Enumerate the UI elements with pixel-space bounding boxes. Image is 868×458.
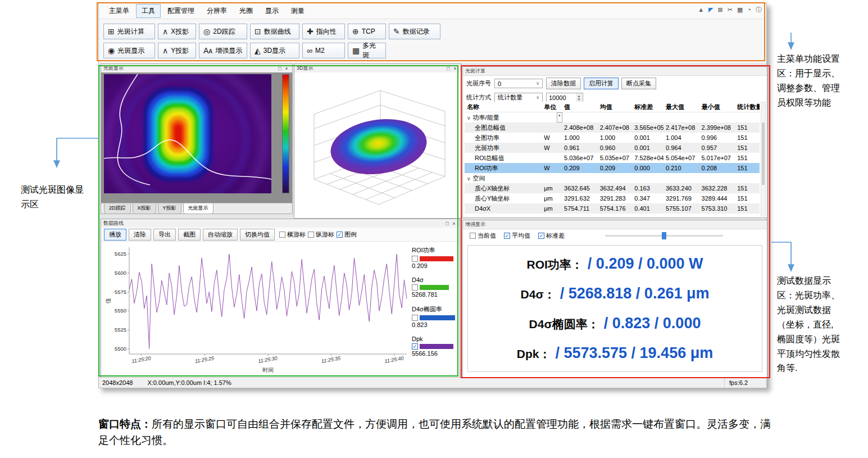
table-row[interactable]: D4σXμm5754.7115754.1760.4015755.1075753.…: [465, 203, 760, 214]
checkbox[interactable]: [308, 232, 314, 238]
table-row[interactable]: 光斑功率W0.9610.9600.0010.9640.957151: [465, 143, 760, 153]
data-curve-button[interactable]: ⊡数据曲线: [250, 24, 299, 39]
display-3d-button[interactable]: ◭3D显示: [250, 43, 299, 58]
panel-3d-titlebar[interactable]: 3D显示 □ ×: [294, 64, 461, 73]
calc-button-清除数据[interactable]: 清除数据: [546, 78, 581, 89]
data-record-button[interactable]: ✎数据记录: [389, 24, 440, 39]
beam-tab-Y投影[interactable]: Y投影: [158, 203, 181, 214]
font-size-slider[interactable]: [605, 235, 723, 237]
enhanced-checkbox-平均值[interactable]: ✓平均值: [504, 232, 530, 240]
menu-tab-测量[interactable]: 测量: [285, 4, 310, 18]
table-row[interactable]: 质心X轴坐标μm3632.6453632.4940.1633633.240363…: [465, 183, 760, 193]
beam-panel-titlebar[interactable]: 光斑显示 □ ×: [101, 64, 292, 73]
calc-button-启用计算[interactable]: 启用计算: [584, 78, 619, 89]
close-icon[interactable]: ×: [452, 66, 458, 71]
legend-checkbox[interactable]: ✓: [412, 343, 418, 350]
menu-tab-光圈[interactable]: 光圈: [234, 4, 258, 18]
chevron-down-icon[interactable]: ∨: [467, 176, 471, 182]
history-icon[interactable]: ◔: [747, 7, 751, 13]
float-icon[interactable]: □: [445, 66, 452, 71]
x-projection-button[interactable]: ∧X投影: [158, 24, 196, 39]
beam-display-button[interactable]: ◉光斑显示: [103, 43, 155, 58]
curve-checkbox-横游标[interactable]: 横游标: [279, 230, 306, 239]
menu-tab-分辨率[interactable]: 分辨率: [201, 4, 233, 18]
legend-checkbox[interactable]: [412, 284, 418, 291]
checkbox[interactable]: [279, 232, 285, 238]
table-header-cell[interactable]: 统计数量: [735, 102, 760, 112]
checkbox[interactable]: ✓: [337, 232, 343, 238]
curve-button-自动缩放[interactable]: 自动缩放: [203, 229, 238, 241]
pin-icon[interactable]: ◤: [708, 7, 713, 13]
table-row[interactable]: 质心Y轴坐标μm3291.6323291.2830.3473291.769328…: [465, 193, 760, 203]
enhanced-checkbox-当前值[interactable]: 当前值: [470, 232, 496, 240]
enhanced-display-button[interactable]: Aᴀ增强显示: [199, 43, 247, 58]
scrollbar-thumb[interactable]: [762, 123, 765, 185]
menu-tab-工具[interactable]: 工具: [136, 4, 161, 18]
float-icon[interactable]: □: [444, 221, 451, 226]
stat-mode-select[interactable]: 统计数量 ∨: [494, 93, 543, 102]
beam-image[interactable]: [104, 74, 271, 193]
surface-3d-plot[interactable]: [294, 72, 461, 218]
table-row[interactable]: ROI总幅值5.036e+075.035e+077.528e+045.054e+…: [465, 153, 760, 163]
checkbox[interactable]: ✓: [504, 233, 510, 239]
spinner-arrows-icon[interactable]: ▲▼: [576, 93, 582, 102]
y-projection-button[interactable]: ∧Y投影: [158, 43, 196, 58]
table-row[interactable]: ROI功率W0.2090.2090.0000.2100.208151: [465, 163, 760, 173]
beam-tab-2D跟踪[interactable]: 2D跟踪: [104, 203, 131, 214]
close-icon[interactable]: ×: [283, 66, 290, 71]
layout-icon[interactable]: ▦: [737, 7, 743, 13]
group-filter-dropdown[interactable]: ▾: [557, 112, 562, 123]
table-group-row[interactable]: ∨功率/能量▾: [465, 112, 760, 123]
stat-count-spinner[interactable]: 10000 ▲▼: [546, 93, 583, 102]
table-scrollbar[interactable]: [761, 102, 766, 216]
table-row[interactable]: 全图功率W1.0001.0000.0011.0040.996151: [465, 133, 760, 143]
m2-button[interactable]: ∞M2: [302, 43, 345, 58]
menu-tab-配置管理[interactable]: 配置管理: [162, 4, 200, 18]
checkbox[interactable]: ✓: [538, 233, 544, 239]
statistics-table[interactable]: 名称单位值均值标准差最大值最小值统计数量∨功率/能量▾全图总幅值2.408e+0…: [465, 102, 760, 217]
menu-tab-显示[interactable]: 显示: [260, 4, 284, 18]
enhanced-checkbox-标准差[interactable]: ✓标准差: [538, 232, 565, 240]
pointing-button[interactable]: ✚指向性: [302, 24, 345, 39]
lock-icon[interactable]: ⊠: [718, 7, 723, 13]
curve-button-切换均值[interactable]: 切换均值: [240, 229, 275, 241]
info-icon[interactable]: ⓘ: [756, 7, 762, 13]
table-header-cell[interactable]: 均值: [598, 102, 633, 112]
beam-calc-button[interactable]: ⊞光斑计算: [103, 24, 155, 39]
slider-thumb[interactable]: [662, 232, 666, 239]
table-group-row[interactable]: ∨空间: [465, 173, 760, 183]
menu-tab-主菜单[interactable]: 主菜单: [103, 4, 135, 18]
beam-seq-select[interactable]: 0 ∨: [494, 79, 543, 88]
tcp-button[interactable]: ⊕TCP: [348, 24, 386, 39]
legend-checkbox[interactable]: [412, 256, 418, 262]
table-header-cell[interactable]: 最大值: [664, 102, 699, 112]
table-header-cell[interactable]: 单位: [542, 102, 562, 112]
curve-button-导出[interactable]: 导出: [153, 229, 176, 241]
tracking-2d-button[interactable]: ◎2D跟踪: [199, 24, 247, 39]
close-icon[interactable]: ×: [451, 221, 457, 226]
curve-button-截图[interactable]: 截图: [178, 229, 201, 241]
table-header-cell[interactable]: 最小值: [699, 102, 735, 112]
curve-checkbox-纵游标[interactable]: 纵游标: [308, 230, 334, 239]
curve-button-播放[interactable]: 播放: [104, 229, 126, 241]
float-icon[interactable]: □: [276, 66, 283, 71]
line-chart[interactable]: 55005525555055755600562511:25:2011:25:25…: [103, 244, 411, 375]
cut-icon[interactable]: ✂: [728, 7, 733, 13]
checkbox[interactable]: [470, 233, 476, 239]
curve-panel-titlebar[interactable]: 数据曲线 □ ×: [101, 219, 460, 228]
curve-checkbox-图例[interactable]: ✓图例: [337, 230, 357, 239]
collapse-icon[interactable]: ▲: [698, 7, 704, 13]
multi-beam-button[interactable]: ▦多光斑: [348, 43, 386, 58]
legend-checkbox[interactable]: [412, 315, 418, 321]
beam-tab-光斑显示[interactable]: 光斑显示: [183, 203, 213, 214]
table-header-cell[interactable]: 值: [562, 102, 598, 112]
chevron-down-icon[interactable]: ∨: [467, 115, 471, 121]
beam-tab-X投影[interactable]: X投影: [133, 203, 156, 214]
table-row[interactable]: 全图总幅值2.408e+082.407e+083.565e+052.417e+0…: [465, 123, 760, 133]
calc-panel-titlebar[interactable]: 光斑计算: [463, 67, 767, 76]
table-header-cell[interactable]: 名称: [465, 102, 542, 112]
enhanced-panel-titlebar[interactable]: 增强显示: [463, 220, 767, 229]
table-header-cell[interactable]: 标准差: [632, 102, 664, 112]
calc-button-断点采集[interactable]: 断点采集: [621, 78, 656, 89]
curve-button-清除[interactable]: 清除: [129, 229, 151, 241]
